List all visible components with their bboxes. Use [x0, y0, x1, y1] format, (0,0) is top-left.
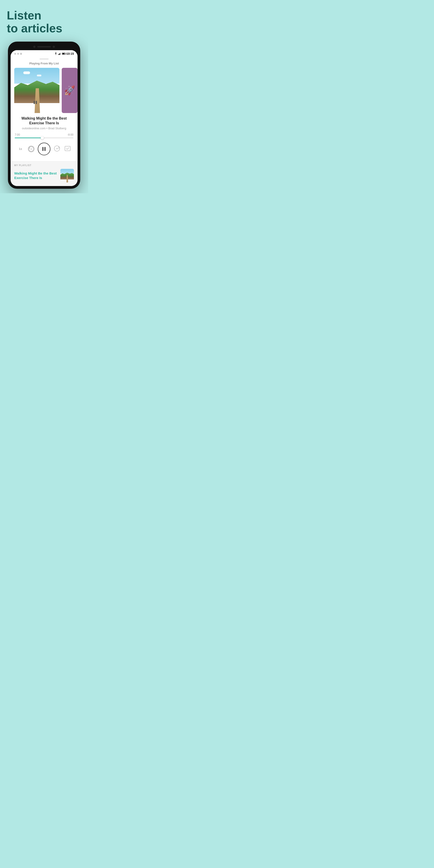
dot-3: [20, 53, 22, 55]
speed-label: 1x: [19, 147, 22, 151]
skip-forward-15-icon: 15: [54, 145, 60, 152]
time-remaining: -8:00: [67, 133, 73, 136]
skip-forward-button[interactable]: 15: [53, 145, 61, 153]
skip-back-button[interactable]: 15: [27, 145, 35, 153]
playlist-item-title: Walking Might Be the Best Exercise There…: [14, 171, 58, 180]
camera-lens-right: [53, 46, 55, 48]
headline-line1: Listen: [7, 9, 41, 22]
track-title: Walking Might Be the Best Exercise There…: [15, 116, 73, 126]
signal-icon: [58, 53, 61, 55]
svg-rect-3: [60, 53, 60, 55]
figures-group: [34, 101, 37, 104]
battery-icon: [62, 53, 66, 55]
svg-rect-11: [65, 146, 70, 151]
status-dots: [14, 53, 22, 55]
progress-thumb[interactable]: [41, 136, 44, 140]
phone-screen: 10:15 Playing From My List: [11, 50, 78, 186]
playlist-section: MY PLAYLIST Walking Might Be the Best Ex…: [11, 161, 78, 186]
artwork-scene: [14, 68, 59, 113]
handle-bar: [39, 59, 49, 59]
dot-2: [17, 53, 19, 55]
time-elapsed: 7:00: [15, 133, 20, 136]
player-container: Playing From My List: [11, 56, 78, 161]
figure-2: [36, 101, 37, 104]
controls-row: 1x 15: [11, 140, 78, 159]
svg-text:15: 15: [56, 148, 58, 150]
artwork-next: 🚀: [62, 68, 78, 113]
status-bar: 10:15: [11, 50, 78, 56]
pause-icon: [42, 147, 45, 151]
dot-1: [14, 53, 16, 55]
playing-from-label: Playing From My List: [11, 61, 78, 68]
progress-section: 7:00 -8:00: [11, 131, 78, 138]
status-right: 10:15: [54, 52, 74, 55]
wifi-icon: [54, 53, 57, 55]
phone-frame: 10:15 Playing From My List: [8, 41, 80, 189]
progress-fill: [15, 137, 42, 138]
save-to-list-icon: [65, 146, 70, 152]
playlist-text: Walking Might Be the Best Exercise There…: [14, 171, 58, 180]
svg-point-0: [56, 55, 56, 55]
svg-rect-2: [59, 54, 59, 55]
playlist-label: MY PLAYLIST: [14, 164, 74, 166]
track-source: outsideonline.com • Brad Stulberg: [15, 127, 73, 130]
svg-rect-4: [60, 53, 61, 55]
cloud-1: [23, 71, 30, 74]
time-labels: 7:00 -8:00: [15, 133, 73, 136]
skip-back-15-icon: 15: [28, 146, 34, 152]
phone-wrapper: 10:15 Playing From My List: [0, 41, 88, 193]
artwork-carousel: 🚀: [11, 68, 78, 113]
rocket-icon: 🚀: [64, 85, 75, 96]
phone-notch: [11, 44, 78, 50]
svg-text:15: 15: [30, 148, 32, 150]
drag-handle[interactable]: [11, 56, 78, 61]
battery-fill: [62, 53, 65, 54]
app-container: Listen to articles: [0, 0, 88, 193]
cloud-2: [37, 74, 41, 76]
playlist-thumb: [60, 169, 74, 182]
status-time: 10:15: [66, 52, 74, 55]
playlist-item[interactable]: Walking Might Be the Best Exercise There…: [14, 169, 74, 182]
pause-button[interactable]: [38, 143, 51, 155]
save-button[interactable]: [64, 145, 72, 153]
header-section: Listen to articles: [0, 0, 88, 41]
camera-lens-left: [33, 46, 35, 48]
pause-bar-left: [42, 147, 43, 151]
headline-line2: to articles: [7, 22, 62, 35]
progress-bar[interactable]: [15, 137, 73, 138]
svg-rect-1: [58, 54, 59, 55]
figure-1: [34, 101, 35, 104]
headline: Listen to articles: [7, 9, 81, 35]
track-info: Walking Might Be the Best Exercise There…: [11, 113, 78, 131]
artwork-main: [14, 68, 59, 113]
phone-speaker: [37, 46, 51, 48]
speed-button[interactable]: 1x: [17, 147, 25, 151]
pause-bar-right: [44, 147, 45, 151]
